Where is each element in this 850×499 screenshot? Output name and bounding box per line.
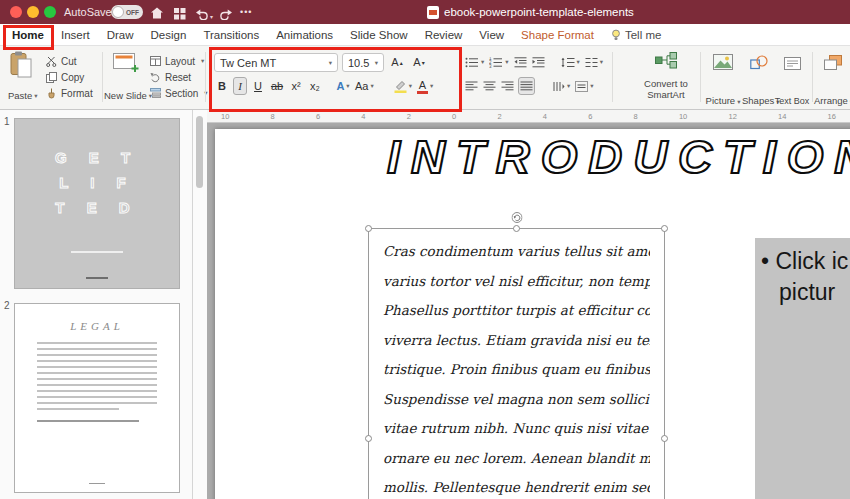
copy-button[interactable]: Copy xyxy=(46,70,84,84)
autosave-toggle[interactable]: OFF xyxy=(111,5,143,19)
divider xyxy=(205,52,206,102)
reset-label: Reset xyxy=(165,72,191,83)
document-title-text: ebook-powerpoint-template-elements xyxy=(444,6,634,18)
resize-handle-middle-left[interactable] xyxy=(365,435,372,442)
ruler-number: 2 xyxy=(407,112,411,121)
resize-handle-top-right[interactable] xyxy=(661,225,668,232)
ruler-number: 16 xyxy=(828,112,836,121)
justify-icon xyxy=(520,81,533,91)
thumb2-footer-bar xyxy=(89,483,105,485)
slide-editing-surface[interactable]: INTRODUCTION Cras con xyxy=(215,129,850,499)
thumbnail-panel-scrollbar[interactable] xyxy=(193,110,207,499)
font-size-dropdown[interactable]: 10.5▾ xyxy=(342,53,384,72)
align-right-button[interactable] xyxy=(500,77,515,95)
rotate-handle[interactable] xyxy=(511,209,522,220)
more-icon[interactable]: ••• xyxy=(240,1,252,17)
text-direction-button[interactable]: ▾ xyxy=(551,77,571,95)
new-slide-button[interactable] xyxy=(108,53,144,77)
format-painter-button[interactable]: Format xyxy=(46,86,93,100)
grow-font-button[interactable]: A▴ xyxy=(389,53,405,71)
fullscreen-button[interactable] xyxy=(44,6,56,18)
tab-draw[interactable]: Draw xyxy=(107,29,134,41)
slide-title[interactable]: INTRODUCTION xyxy=(387,129,850,187)
bold-button[interactable]: B xyxy=(214,77,230,95)
home-icon[interactable] xyxy=(150,4,164,20)
resize-handle-middle-right[interactable] xyxy=(661,435,668,442)
ruler-number: 14 xyxy=(778,112,786,121)
tab-slide-show[interactable]: Slide Show xyxy=(350,29,408,41)
convert-to-smartart-button[interactable] xyxy=(638,52,694,73)
resize-handle-top-center[interactable] xyxy=(513,225,520,232)
copy-icon xyxy=(46,72,57,83)
justify-button[interactable] xyxy=(518,77,535,95)
undo-icon[interactable]: ▾ xyxy=(195,4,213,20)
minimize-button[interactable] xyxy=(27,6,39,18)
thumb2-title: LEGAL xyxy=(15,320,179,332)
slide-1-thumbnail[interactable]: G E T L I F T E D xyxy=(14,118,180,289)
shrink-font-button[interactable]: A▾ xyxy=(411,53,427,71)
align-left-button[interactable] xyxy=(464,77,479,95)
picture-icon xyxy=(713,54,733,70)
columns-button[interactable]: ▾ xyxy=(584,53,604,71)
tab-animations[interactable]: Animations xyxy=(276,29,333,41)
body-line: vitae rutrum nibh. Nunc quis nisi vitae … xyxy=(383,414,650,444)
increase-indent-button[interactable] xyxy=(531,53,546,71)
arrange-button[interactable] xyxy=(816,55,850,75)
change-case-button[interactable]: Aa▾ xyxy=(354,77,375,95)
tab-transitions[interactable]: Transitions xyxy=(203,29,259,41)
new-slide-label-row: New Slide▾ xyxy=(104,90,152,101)
underline-button[interactable]: U xyxy=(250,77,266,95)
layout-icon xyxy=(150,56,161,66)
close-button[interactable] xyxy=(10,6,22,18)
slide-1-number: 1 xyxy=(4,116,10,127)
selected-text-box[interactable]: Cras condimentum varius tellus sit amet … xyxy=(368,228,665,499)
italic-button[interactable]: I xyxy=(233,77,247,95)
resize-handle-top-left[interactable] xyxy=(365,225,372,232)
section-label: Section xyxy=(165,88,198,99)
text-box-content[interactable]: Cras condimentum varius tellus sit amet … xyxy=(383,237,650,499)
tab-view[interactable]: View xyxy=(479,29,504,41)
font-color-swatch xyxy=(417,91,428,94)
chevron-down-icon: ▾ xyxy=(737,98,740,105)
decrease-indent-button[interactable] xyxy=(513,53,528,71)
font-name-dropdown[interactable]: Tw Cen MT▾ xyxy=(214,53,338,72)
text-box-button[interactable] xyxy=(776,56,808,74)
redo-icon[interactable] xyxy=(219,4,233,20)
shapes-button[interactable] xyxy=(742,55,776,74)
tab-review[interactable]: Review xyxy=(425,29,463,41)
tab-shape-format[interactable]: Shape Format xyxy=(521,29,594,41)
subscript-button[interactable]: x₂ xyxy=(307,77,323,95)
horizontal-ruler: 10 8 6 4 2 0 2 4 6 8 10 12 14 16 xyxy=(207,110,850,123)
tab-insert[interactable]: Insert xyxy=(61,29,90,41)
paste-button[interactable] xyxy=(10,51,32,82)
highlight-color-button[interactable]: ▾ xyxy=(393,77,413,95)
ruler-number: 10 xyxy=(679,112,687,121)
scrollbar-thumb[interactable] xyxy=(196,116,203,188)
font-color-button[interactable]: A ▾ xyxy=(416,77,434,95)
shapes-icon xyxy=(750,55,768,70)
slide-2-thumbnail[interactable]: LEGAL xyxy=(14,303,180,493)
align-text-button[interactable]: ▾ xyxy=(574,77,594,95)
font-size-value: 10.5 xyxy=(348,57,369,69)
text-box-label-row: Text Box xyxy=(772,90,812,108)
lightbulb-icon xyxy=(611,29,621,41)
align-center-button[interactable] xyxy=(482,77,497,95)
numbering-button[interactable]: 123 ▾ xyxy=(488,53,509,71)
line-spacing-button[interactable]: ▾ xyxy=(560,53,581,71)
picture-button[interactable] xyxy=(705,54,741,74)
tab-home[interactable]: Home xyxy=(12,29,44,41)
reset-icon xyxy=(150,72,161,83)
layout-button[interactable]: Layout▾ xyxy=(150,54,204,68)
tab-design[interactable]: Design xyxy=(151,29,187,41)
picture-placeholder[interactable]: • Click ic pictur xyxy=(755,238,850,499)
cut-button[interactable]: Cut xyxy=(46,54,77,68)
reset-button[interactable]: Reset xyxy=(150,70,191,84)
section-button[interactable]: Section▾ xyxy=(150,86,208,100)
down-arrow-icon: ▾ xyxy=(422,59,425,66)
bullets-button[interactable]: ▾ xyxy=(464,53,485,71)
tab-tell-me[interactable]: Tell me xyxy=(611,29,661,41)
strikethrough-button[interactable]: ab xyxy=(269,77,285,95)
superscript-button[interactable]: x² xyxy=(288,77,304,95)
text-effects-button[interactable]: A▾ xyxy=(335,77,351,95)
apps-grid-icon[interactable] xyxy=(173,4,186,20)
